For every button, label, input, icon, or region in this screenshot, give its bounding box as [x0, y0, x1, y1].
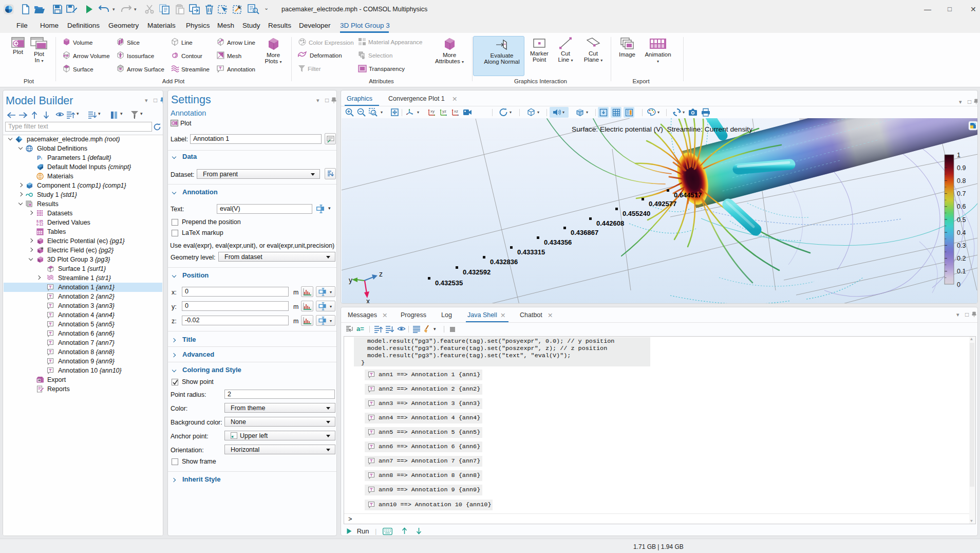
svg-text:0: 0 — [957, 281, 960, 288]
svg-text:xz: xz — [454, 109, 458, 114]
svg-text:0.442608: 0.442608 — [596, 219, 624, 227]
svg-text:0.644517: 0.644517 — [674, 191, 702, 199]
svg-text:0.432535: 0.432535 — [435, 279, 463, 287]
svg-text:0.8: 0.8 — [957, 177, 966, 185]
svg-text:Surface: Electric potential (V: Surface: Electric potential (V) Streamli… — [572, 126, 753, 133]
svg-text:1: 1 — [957, 152, 960, 159]
svg-text:x: x — [366, 297, 370, 304]
svg-text:0.432836: 0.432836 — [490, 258, 518, 266]
svg-text:0.7: 0.7 — [957, 190, 966, 197]
svg-text:0.3: 0.3 — [957, 242, 966, 249]
svg-text:y: y — [349, 276, 352, 284]
svg-text:0.4: 0.4 — [957, 229, 966, 236]
svg-text:0.9: 0.9 — [957, 164, 966, 172]
svg-text:yz: yz — [442, 109, 446, 114]
svg-text:0.432592: 0.432592 — [463, 268, 491, 276]
svg-text:0.434356: 0.434356 — [544, 238, 572, 246]
svg-text:0.1: 0.1 — [957, 268, 966, 275]
svg-text:0.5: 0.5 — [957, 216, 966, 224]
svg-text:0.492577: 0.492577 — [649, 200, 676, 208]
svg-text:z: z — [379, 270, 383, 278]
svg-text:0.433315: 0.433315 — [517, 248, 545, 256]
svg-text:xy: xy — [430, 109, 435, 114]
svg-text:0.6: 0.6 — [957, 203, 966, 210]
svg-text:0.455240: 0.455240 — [623, 210, 650, 217]
svg-text:0.436867: 0.436867 — [571, 229, 598, 236]
svg-text:0.2: 0.2 — [957, 255, 966, 262]
